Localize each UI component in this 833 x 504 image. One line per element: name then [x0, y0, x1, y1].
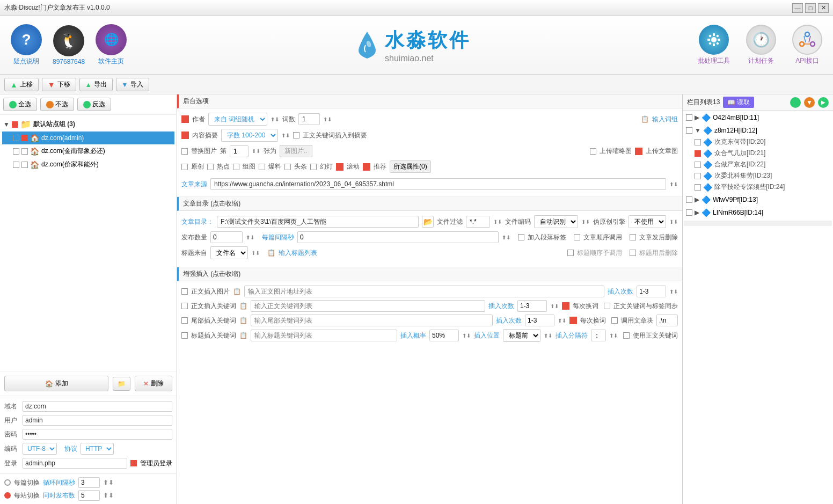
site-item-1[interactable]: 🏠 dz.com(金南部象必还): [2, 144, 174, 158]
title-sep-input[interactable]: [591, 330, 606, 341]
group-14-checkbox[interactable]: [686, 209, 692, 216]
encode-select[interactable]: UTF-8: [23, 443, 57, 455]
enhance-kw-count-input[interactable]: [517, 300, 547, 312]
per-switch-num[interactable]: [78, 477, 100, 488]
minimize-button[interactable]: —: [792, 3, 803, 13]
move-up-button[interactable]: ▲ 上移: [4, 78, 39, 91]
api-tool[interactable]: API接口: [792, 25, 822, 65]
domain-input[interactable]: [23, 401, 172, 412]
group-13-expand[interactable]: ▶: [695, 196, 699, 203]
prop-button[interactable]: 所选属性(0): [390, 160, 431, 173]
protocol-select[interactable]: HTTP: [81, 443, 114, 455]
article-block-input[interactable]: [656, 315, 678, 326]
import-button[interactable]: ▼ 导入: [116, 78, 149, 91]
word-count-input[interactable]: [298, 113, 320, 125]
upload-thumb-check[interactable]: [590, 148, 596, 155]
headline-check[interactable]: [284, 164, 291, 170]
item-21-checkbox[interactable]: [695, 150, 701, 157]
author-from-select[interactable]: 来自 词组随机: [208, 113, 267, 126]
enhance-img-input[interactable]: [244, 286, 604, 297]
right-group-header-12[interactable]: ▼ 🔷 z8m12H[ID:12]: [684, 125, 832, 136]
enhance-title-input[interactable]: [251, 330, 397, 341]
site-checkbox-1[interactable]: [13, 148, 19, 155]
order-check[interactable]: [574, 234, 580, 240]
group-11-expand[interactable]: ▶: [695, 114, 699, 121]
website-icon-item[interactable]: 🌐 软件主页: [96, 24, 127, 66]
new-img-button[interactable]: 新图片..: [280, 145, 312, 157]
enhance-title-check[interactable]: [181, 332, 188, 339]
enhance-kw-check[interactable]: [181, 303, 188, 309]
file-encode-select[interactable]: 自动识别: [534, 215, 578, 228]
right-group-header-14[interactable]: ▶ 🔷 LINmR66B[ID:14]: [684, 207, 832, 218]
select-all-button[interactable]: 全选: [3, 98, 37, 111]
login-input[interactable]: [23, 458, 127, 469]
schedule-tool[interactable]: 🕐 计划任务: [746, 25, 776, 65]
title-pos-select[interactable]: 标题前: [503, 329, 540, 342]
site-checkbox-2[interactable]: [13, 162, 19, 168]
enhance-img-check[interactable]: [181, 288, 188, 295]
hot-check[interactable]: [207, 164, 214, 170]
enhance-section-header[interactable]: 增强插入 (点击收缩): [177, 267, 682, 281]
site-item-0[interactable]: 🏠 dz.com(admin): [2, 132, 174, 144]
item-20-checkbox[interactable]: [695, 139, 701, 145]
green-play-button[interactable]: ▶: [818, 97, 829, 108]
title-del-check[interactable]: [630, 250, 636, 256]
item-22-checkbox[interactable]: [695, 162, 701, 168]
close-button[interactable]: ✕: [818, 3, 829, 13]
right-item-20[interactable]: 🔷 次克东何带[ID:20]: [684, 136, 832, 148]
folder-button[interactable]: 📁: [113, 377, 130, 391]
kw-sync-check[interactable]: [604, 303, 610, 309]
per-switch-spin[interactable]: ⬆⬇: [103, 479, 114, 486]
site-checkbox-0[interactable]: [13, 135, 19, 141]
site-item-2[interactable]: 🏠 dz.com(价家和能外): [2, 158, 174, 171]
help-icon-item[interactable]: ? 疑点说明: [11, 24, 42, 66]
group-11-checkbox[interactable]: [686, 114, 692, 121]
site-switch-radio[interactable]: [4, 492, 11, 499]
group-13-checkbox[interactable]: [686, 196, 692, 203]
orange-down-button[interactable]: ▼: [804, 97, 815, 108]
per-switch-radio[interactable]: [4, 479, 11, 486]
img-num-input[interactable]: [230, 145, 249, 157]
right-item-23[interactable]: 🔷 次委北科集劳[ID:23]: [684, 170, 832, 181]
enhance-kw-input[interactable]: [251, 300, 485, 312]
interval-input[interactable]: [297, 231, 499, 243]
read-button[interactable]: 📖 读取: [723, 97, 754, 108]
deselect-button[interactable]: 不选: [40, 98, 74, 111]
pass-input[interactable]: [23, 429, 172, 440]
enhance-img-count-input[interactable]: [637, 286, 666, 297]
site-switch-spin[interactable]: ⬆⬇: [103, 492, 114, 499]
enhance-tail-input[interactable]: [251, 315, 493, 326]
enhance-tail-count-input[interactable]: [525, 315, 554, 326]
delete-site-button[interactable]: ✕ 删除: [135, 376, 172, 391]
browse-dir-button[interactable]: 📂: [422, 216, 434, 228]
file-filter-input[interactable]: [466, 216, 490, 228]
source-url-input[interactable]: [210, 178, 666, 190]
article-dir-header[interactable]: 文章目录 (点击收缩): [177, 197, 682, 211]
para-tag-check[interactable]: [518, 234, 524, 240]
group-14-expand[interactable]: ▶: [695, 209, 699, 216]
delete-after-check[interactable]: [630, 234, 636, 240]
group-check[interactable]: [233, 164, 239, 170]
right-group-header-13[interactable]: ▶ 🔷 WlwV9Pf[ID:13]: [684, 194, 832, 206]
enhance-title-count-input[interactable]: [429, 330, 459, 341]
title-from-select[interactable]: 文件名: [210, 246, 248, 259]
replace-img-check[interactable]: [181, 148, 188, 155]
keyword-insert-check[interactable]: [293, 132, 299, 138]
move-down-button[interactable]: ▼ 下移: [42, 78, 76, 91]
item-23-checkbox[interactable]: [695, 173, 701, 179]
maximize-button[interactable]: □: [805, 3, 816, 13]
invert-select-button[interactable]: 反选: [77, 98, 111, 111]
use-kw-check[interactable]: [623, 332, 630, 339]
add-site-button[interactable]: 🏠 添加: [4, 376, 108, 391]
original-check[interactable]: [181, 164, 188, 170]
tree-collapse-icon[interactable]: ▼: [3, 121, 10, 128]
fantasy-check[interactable]: [310, 164, 317, 170]
fake-original-select[interactable]: 不使用: [629, 215, 666, 228]
green-check-button[interactable]: [790, 97, 801, 108]
explosive-check[interactable]: [259, 164, 265, 170]
user-input[interactable]: [23, 415, 172, 426]
right-item-22[interactable]: 🔷 合做严京名[ID:22]: [684, 159, 832, 170]
qq-icon-item[interactable]: 🐧 897687648: [53, 25, 85, 65]
group-12-checkbox[interactable]: [686, 127, 692, 134]
right-item-24[interactable]: 🔷 除平技经专深须些[ID:24]: [684, 181, 832, 193]
